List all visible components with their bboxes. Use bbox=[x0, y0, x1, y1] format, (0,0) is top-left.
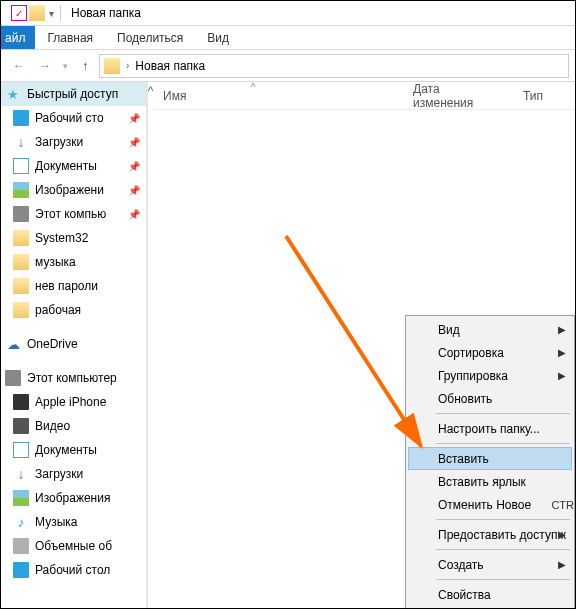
tab-share[interactable]: Поделиться bbox=[105, 26, 195, 49]
column-headers: ^ Имя Дата изменения Тип bbox=[153, 82, 575, 110]
context-menu-item[interactable]: Вставить bbox=[408, 447, 572, 470]
submenu-arrow-icon: ▶ bbox=[558, 370, 566, 381]
phone-icon bbox=[13, 394, 29, 410]
sidebar-item[interactable]: System32 bbox=[1, 226, 146, 250]
sidebar-item-label: Этот компьютер bbox=[27, 371, 117, 385]
sidebar-item[interactable]: ↓Загрузки bbox=[1, 462, 146, 486]
sidebar-item-label: Изображени bbox=[35, 183, 104, 197]
sidebar-item-label: Документы bbox=[35, 443, 97, 457]
sidebar-item-label: Музыка bbox=[35, 515, 77, 529]
download-icon: ↓ bbox=[13, 466, 29, 482]
context-menu-item[interactable]: Предоставить доступ к▶ bbox=[408, 523, 572, 546]
submenu-arrow-icon: ▶ bbox=[558, 347, 566, 358]
sidebar-item[interactable]: ↓Загрузки📌 bbox=[1, 130, 146, 154]
tab-home[interactable]: Главная bbox=[35, 26, 105, 49]
context-menu-item[interactable]: Обновить bbox=[408, 387, 572, 410]
sidebar-item[interactable]: Документы📌 bbox=[1, 154, 146, 178]
nav-forward-button[interactable]: → bbox=[33, 54, 57, 78]
context-menu-item[interactable]: Вид▶ bbox=[408, 318, 572, 341]
sidebar-item-label: нев пароли bbox=[35, 279, 98, 293]
folder-icon bbox=[13, 302, 29, 318]
folder-icon bbox=[5, 5, 9, 21]
sidebar-item[interactable]: рабочая bbox=[1, 298, 146, 322]
ribbon-tabs: айл Главная Поделиться Вид bbox=[1, 26, 575, 50]
context-menu-item[interactable]: Отменить НовоеCTR bbox=[408, 493, 572, 516]
nav-recent-dropdown[interactable]: ▾ bbox=[59, 54, 71, 78]
sidebar-item[interactable]: Этот компью📌 bbox=[1, 202, 146, 226]
sidebar-item[interactable]: Apple iPhone bbox=[1, 390, 146, 414]
pin-icon: 📌 bbox=[128, 209, 140, 220]
pane-divider[interactable]: ^ bbox=[147, 82, 153, 608]
menu-item-label: Вид bbox=[438, 323, 460, 337]
sidebar-onedrive[interactable]: ☁ OneDrive bbox=[1, 332, 146, 356]
folder-icon bbox=[13, 230, 29, 246]
menu-shortcut: CTR bbox=[551, 499, 574, 511]
sidebar-this-pc[interactable]: Этот компьютер bbox=[1, 366, 146, 390]
sidebar-item[interactable]: Рабочий стол bbox=[1, 558, 146, 582]
folder-icon bbox=[104, 58, 120, 74]
tab-view[interactable]: Вид bbox=[195, 26, 241, 49]
context-menu-item[interactable]: Создать▶ bbox=[408, 553, 572, 576]
nav-back-button[interactable]: ← bbox=[7, 54, 31, 78]
sidebar-item[interactable]: Документы bbox=[1, 438, 146, 462]
context-menu: Вид▶Сортировка▶Группировка▶ОбновитьНастр… bbox=[405, 315, 575, 609]
menu-item-label: Обновить bbox=[438, 392, 492, 406]
sidebar-item[interactable]: нев пароли bbox=[1, 274, 146, 298]
menu-separator bbox=[436, 443, 570, 444]
menu-item-label: Предоставить доступ к bbox=[438, 528, 566, 542]
context-menu-item[interactable]: Вставить ярлык bbox=[408, 470, 572, 493]
menu-separator bbox=[436, 519, 570, 520]
submenu-arrow-icon: ▶ bbox=[558, 324, 566, 335]
menu-item-label: Настроить папку... bbox=[438, 422, 540, 436]
sidebar-item-label: Изображения bbox=[35, 491, 110, 505]
column-type[interactable]: Тип bbox=[513, 89, 563, 103]
sidebar-item[interactable]: Объемные об bbox=[1, 534, 146, 558]
video-icon bbox=[13, 418, 29, 434]
column-name[interactable]: Имя bbox=[153, 89, 403, 103]
menu-separator bbox=[436, 413, 570, 414]
sidebar-item[interactable]: Изображения bbox=[1, 486, 146, 510]
download-icon: ↓ bbox=[13, 134, 29, 150]
menu-item-label: Вставить bbox=[438, 452, 489, 466]
separator bbox=[60, 5, 61, 21]
sidebar-item-label: Apple iPhone bbox=[35, 395, 106, 409]
pin-icon: 📌 bbox=[128, 185, 140, 196]
sidebar-item[interactable]: Рабочий сто📌 bbox=[1, 106, 146, 130]
context-menu-item[interactable]: Свойства bbox=[408, 583, 572, 606]
nav-up-button[interactable]: ↑ bbox=[73, 54, 97, 78]
breadcrumb[interactable]: Новая папка bbox=[135, 59, 205, 73]
sidebar-item[interactable]: ♪Музыка bbox=[1, 510, 146, 534]
column-date[interactable]: Дата изменения bbox=[403, 82, 513, 110]
menu-item-label: Группировка bbox=[438, 369, 508, 383]
sidebar-item-label: System32 bbox=[35, 231, 88, 245]
pin-icon: 📌 bbox=[128, 113, 140, 124]
pin-icon: 📌 bbox=[128, 137, 140, 148]
sidebar-item-label: Рабочий сто bbox=[35, 111, 104, 125]
sidebar-item[interactable]: Изображени📌 bbox=[1, 178, 146, 202]
sidebar-item-label: OneDrive bbox=[27, 337, 78, 351]
qat-dropdown-icon[interactable]: ▾ bbox=[49, 8, 54, 19]
address-bar: ← → ▾ ↑ › Новая папка bbox=[1, 50, 575, 82]
sidebar-quick-access[interactable]: ★ Быстрый доступ bbox=[1, 82, 146, 106]
sidebar-item[interactable]: музыка bbox=[1, 250, 146, 274]
music-icon: ♪ bbox=[13, 514, 29, 530]
context-menu-item[interactable]: Настроить папку... bbox=[408, 417, 572, 440]
sidebar-item-label: Видео bbox=[35, 419, 70, 433]
pc-icon bbox=[13, 206, 29, 222]
menu-separator bbox=[436, 549, 570, 550]
image-icon bbox=[13, 182, 29, 198]
qat-properties-icon[interactable]: ✓ bbox=[11, 5, 27, 21]
menu-separator bbox=[436, 579, 570, 580]
qat-folder-icon[interactable] bbox=[29, 5, 45, 21]
desktop-icon bbox=[13, 562, 29, 578]
sidebar-item[interactable]: Видео bbox=[1, 414, 146, 438]
chevron-right-icon[interactable]: › bbox=[126, 60, 129, 71]
menu-item-label: Отменить Новое bbox=[438, 498, 531, 512]
address-input[interactable]: › Новая папка bbox=[99, 54, 569, 78]
context-menu-item[interactable]: Группировка▶ bbox=[408, 364, 572, 387]
sidebar-item-label: Загрузки bbox=[35, 135, 83, 149]
star-icon: ★ bbox=[5, 86, 21, 102]
pin-icon: 📌 bbox=[128, 161, 140, 172]
tab-file[interactable]: айл bbox=[1, 26, 35, 49]
context-menu-item[interactable]: Сортировка▶ bbox=[408, 341, 572, 364]
